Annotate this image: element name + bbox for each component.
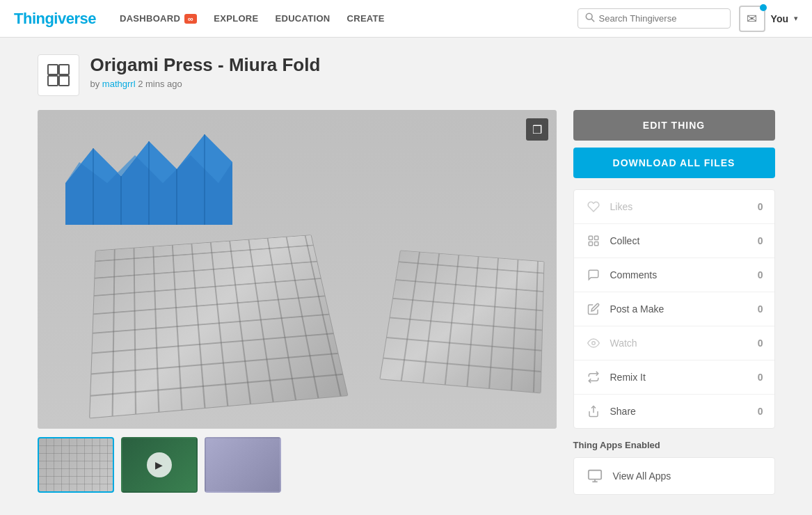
- likes-count: 0: [758, 201, 763, 212]
- logo[interactable]: Thingiverse: [14, 10, 96, 28]
- action-collect[interactable]: Collect 0: [574, 224, 774, 258]
- thumbnails: ▶: [38, 437, 557, 493]
- action-comments[interactable]: Comments 0: [574, 258, 774, 292]
- play-button[interactable]: ▶: [147, 452, 172, 477]
- svg-rect-19: [588, 470, 600, 480]
- remix-icon: [585, 369, 602, 386]
- apps-box: View All Apps: [573, 457, 775, 495]
- remix-count: 0: [758, 372, 763, 383]
- svg-rect-4: [48, 76, 58, 86]
- header-right: ✉ You ▾: [578, 6, 798, 32]
- nav-item-dashboard[interactable]: DASHBOARD ∞: [113, 9, 204, 28]
- comments-label: Comments: [610, 269, 758, 280]
- thing-apps-title: Thing Apps Enabled: [573, 440, 775, 450]
- comments-icon: [585, 267, 602, 283]
- share-count: 0: [758, 406, 763, 417]
- thing-title: Origami Press - Miura Fold: [90, 54, 321, 76]
- collect-icon: [585, 232, 602, 249]
- svg-line-1: [591, 19, 594, 22]
- comments-count: 0: [758, 269, 763, 280]
- chevron-down-icon: ▾: [794, 14, 798, 23]
- likes-label: Likes: [610, 201, 758, 212]
- svg-rect-13: [589, 236, 592, 239]
- collect-label: Collect: [610, 235, 758, 246]
- expand-icon: ❒: [532, 123, 542, 136]
- download-all-files-button[interactable]: DOWNLOAD ALL FILES: [573, 148, 775, 178]
- action-remix[interactable]: Remix It 0: [574, 360, 774, 395]
- svg-rect-5: [59, 76, 69, 86]
- share-label: Share: [610, 406, 758, 417]
- share-icon: [585, 403, 602, 420]
- post-make-icon: [585, 301, 602, 317]
- nav-item-explore[interactable]: EXPLORE: [207, 9, 265, 28]
- svg-rect-2: [48, 65, 58, 74]
- post-make-count: 0: [758, 303, 763, 315]
- author-link[interactable]: mathgrrl: [102, 79, 136, 89]
- view-all-apps-row[interactable]: View All Apps: [574, 458, 774, 494]
- remix-label: Remix It: [610, 372, 758, 383]
- watch-label: Watch: [610, 338, 758, 349]
- svg-rect-14: [594, 236, 598, 239]
- by-line: by mathgrrl 2 mins ago: [90, 79, 321, 89]
- main-area: ❒ ▶: [38, 110, 557, 493]
- action-watch[interactable]: Watch 0: [574, 326, 774, 360]
- svg-point-17: [591, 342, 595, 345]
- action-likes[interactable]: Likes 0: [574, 190, 774, 224]
- thing-icon: [45, 62, 72, 88]
- header: Thingiverse DASHBOARD ∞ EXPLORE EDUCATIO…: [0, 0, 812, 38]
- search-icon: [585, 13, 595, 24]
- nav-item-education[interactable]: EDUCATION: [269, 9, 337, 28]
- watch-count: 0: [758, 338, 763, 349]
- svg-rect-16: [594, 242, 598, 246]
- watch-icon: [585, 335, 602, 351]
- action-share[interactable]: Share 0: [574, 395, 774, 428]
- action-post-make[interactable]: Post a Make 0: [574, 292, 774, 326]
- sidebar: EDIT THING DOWNLOAD ALL FILES Likes 0: [573, 110, 775, 495]
- search-input[interactable]: [599, 13, 723, 24]
- likes-icon: [585, 198, 602, 215]
- nav-item-create[interactable]: CREATE: [340, 9, 392, 28]
- avatar: ✉: [739, 6, 765, 32]
- main-image: ❒: [38, 110, 557, 429]
- search-bar[interactable]: [578, 8, 731, 29]
- user-name: You: [771, 13, 788, 24]
- view-all-apps-label: View All Apps: [613, 470, 671, 482]
- edit-thing-button[interactable]: EDIT THING: [573, 110, 775, 141]
- origami-scene: [38, 110, 557, 429]
- thumbnail-3[interactable]: [205, 437, 281, 493]
- expand-button[interactable]: ❒: [526, 118, 548, 141]
- thumbnail-2[interactable]: ▶: [121, 437, 198, 493]
- svg-rect-3: [59, 65, 69, 74]
- main-nav: DASHBOARD ∞ EXPLORE EDUCATION CREATE: [113, 9, 392, 28]
- thing-title-area: Origami Press - Miura Fold by mathgrrl 2…: [90, 54, 321, 89]
- page-content: Origami Press - Miura Fold by mathgrrl 2…: [24, 38, 789, 512]
- thumbnail-1[interactable]: [38, 437, 114, 493]
- thing-icon-box: [38, 54, 79, 96]
- post-make-label: Post a Make: [610, 303, 758, 315]
- notification-dot: [760, 4, 767, 11]
- thing-header: Origami Press - Miura Fold by mathgrrl 2…: [38, 54, 775, 96]
- dashboard-badge: ∞: [184, 14, 197, 24]
- apps-icon: [585, 466, 605, 486]
- content-layout: ❒ ▶ EDIT THING DOWNLOAD ALL FILES: [38, 110, 775, 495]
- blue-origami-shape: [65, 127, 232, 225]
- collect-count: 0: [758, 235, 763, 246]
- user-menu[interactable]: ✉ You ▾: [739, 6, 798, 32]
- action-list: Likes 0 Collect 0: [573, 189, 775, 429]
- svg-rect-15: [589, 242, 592, 246]
